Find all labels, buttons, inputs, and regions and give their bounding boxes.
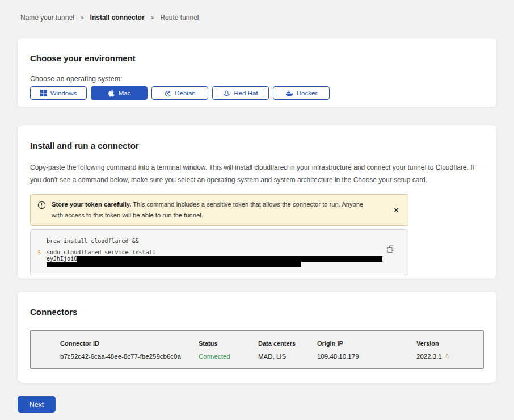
breadcrumb-item-install-connector[interactable]: Install connector [90,14,145,22]
redhat-icon [223,90,230,97]
os-button-label: Windows [50,90,77,96]
environment-card: Choose your environment Choose an operat… [18,38,496,107]
os-button-redhat[interactable]: Red Hat [212,86,269,100]
breadcrumb-separator: > [81,15,84,21]
os-button-label: Red Hat [234,90,258,96]
origin-ip-value: 109.48.10.179 [317,353,416,360]
token-warning-text: Store your token carefully. This command… [52,199,369,221]
close-icon[interactable]: ✕ [390,205,402,215]
code-line: brew install cloudflared && [37,238,385,244]
os-button-group: Windows Mac Debian Red Hat Docker [30,86,484,100]
breadcrumb: Name your tunnel > Install connector > R… [0,0,514,22]
breadcrumb-item-route-tunnel[interactable]: Route tunnel [160,14,199,22]
col-header-connector-id: Connector ID [60,340,199,347]
status-badge: Connected [199,353,258,360]
col-header-version: Version [416,340,483,347]
os-button-docker[interactable]: Docker [273,86,330,100]
code-line: $ sudo cloudflared service install [37,249,385,255]
docker-icon [285,90,293,96]
debian-icon [164,90,171,97]
install-command-codeblock: brew install cloudflared && $ sudo cloud… [30,229,408,275]
connectors-card: Connectors Connector ID Status Data cent… [18,292,496,383]
os-button-label: Mac [119,90,131,96]
col-header-data-centers: Data centers [258,340,317,347]
breadcrumb-separator: > [151,15,154,21]
windows-icon [40,90,47,96]
code-text: sudo cloudflared service install [47,249,156,255]
code-line [37,262,385,267]
table-header-row: Connector ID Status Data centers Origin … [60,340,483,347]
next-button[interactable]: Next [18,396,56,413]
prompt-spacer [37,255,47,262]
code-line: eyJhIjoiO [37,255,385,262]
token-prefix: eyJhIjoiO [47,255,77,262]
os-button-label: Debian [175,90,195,96]
prompt-spacer [37,238,47,244]
data-centers-value: MAD, LIS [258,353,317,360]
os-button-windows[interactable]: Windows [30,86,87,100]
install-card-description: Copy-paste the following command into a … [30,162,484,186]
warning-triangle-icon: ⚠ [444,352,450,360]
install-connector-card: Install and run a connector Copy-paste t… [18,125,496,279]
install-card-title: Install and run a connector [30,141,484,150]
redacted-token [77,256,382,262]
connector-id-value: b7c52c42-6caa-48ee-8c77-fbe259cb6c0a [60,353,199,360]
redacted-token [47,262,301,267]
copy-icon[interactable] [387,245,395,255]
token-warning-banner: Store your token carefully. This command… [30,194,408,226]
connectors-card-title: Connectors [30,307,484,317]
os-button-debian[interactable]: Debian [151,86,208,100]
version-number: 2022.3.1 [416,353,442,360]
code-text: brew install cloudflared && [47,238,139,244]
os-button-mac[interactable]: Mac [91,86,148,100]
info-icon [37,201,46,212]
col-header-origin-ip: Origin IP [317,340,416,347]
prompt-spacer [37,262,47,267]
breadcrumb-item-name-your-tunnel[interactable]: Name your tunnel [20,14,74,22]
apple-icon [108,89,115,97]
connectors-table: Connector ID Status Data centers Origin … [30,330,484,369]
environment-card-title: Choose your environment [30,53,484,63]
table-row: b7c52c42-6caa-48ee-8c77-fbe259cb6c0a Con… [60,352,483,360]
os-select-label: Choose an operating system: [30,75,484,83]
version-value: 2022.3.1 ⚠ [416,352,483,360]
token-warning-title: Store your token carefully. [52,201,131,208]
os-button-label: Docker [297,90,317,96]
shell-prompt: $ [37,249,47,255]
col-header-status: Status [199,340,258,347]
